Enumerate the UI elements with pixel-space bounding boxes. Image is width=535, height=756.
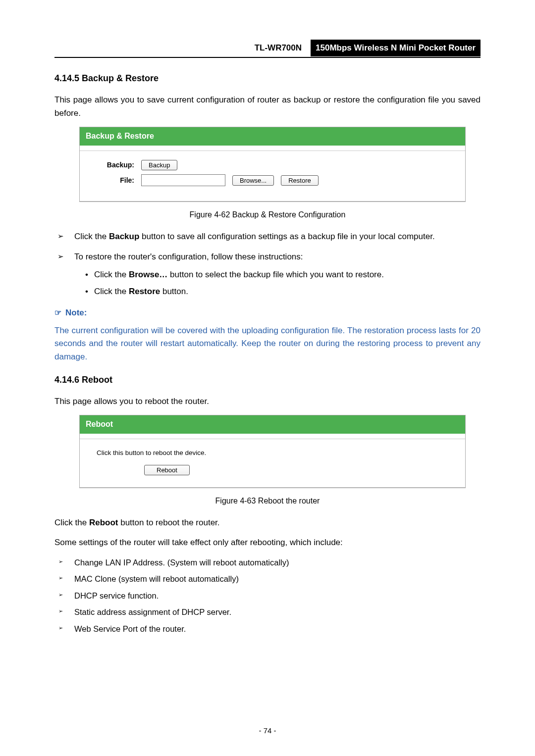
- backup-instructions: Click the Backup button to save all conf…: [54, 230, 481, 298]
- section-heading-reboot: 4.14.6 Reboot: [54, 373, 481, 387]
- page: TL-WR700N 150Mbps Wireless N Mini Pocket…: [0, 0, 535, 756]
- backup-label: Backup:: [90, 160, 134, 171]
- file-row: File: Browse... Restore: [90, 174, 455, 186]
- reboot-hint: Click this button to reboot the device.: [97, 448, 455, 458]
- list-item: Click the Browse… button to select the b…: [85, 268, 481, 281]
- file-input[interactable]: [141, 174, 225, 186]
- figure-caption-62: Figure 4-62 Backup & Restore Configurati…: [54, 209, 481, 221]
- figure-caption-63: Figure 4-63 Reboot the router: [54, 495, 481, 507]
- page-number: - 74 -: [0, 725, 535, 736]
- backup-intro: This page allows you to save current con…: [54, 94, 481, 120]
- reboot-intro: This page allows you to reboot the route…: [54, 395, 481, 408]
- list-item: MAC Clone (system will reboot automatica…: [56, 573, 481, 586]
- section-heading-backup: 4.14.5 Backup & Restore: [54, 72, 481, 86]
- panel-title-backup: Backup & Restore: [80, 127, 465, 146]
- list-item: Static address assignment of DHCP server…: [56, 606, 481, 619]
- note-body: The current configuration will be covere…: [54, 324, 481, 363]
- reboot-effect-list: Change LAN IP Address. (System will rebo…: [54, 556, 481, 636]
- restore-button[interactable]: Restore: [281, 175, 319, 186]
- product-desc: 150Mbps Wireless N Mini Pocket Router: [311, 40, 481, 56]
- note-heading: ☞Note:: [54, 306, 481, 319]
- backup-button[interactable]: Backup: [141, 160, 177, 170]
- list-item: Change LAN IP Address. (System will rebo…: [56, 556, 481, 569]
- backup-restore-panel: Backup & Restore Backup: Backup File: Br…: [79, 127, 466, 202]
- file-label: File:: [90, 175, 134, 186]
- list-item: To restore the router's configuration, f…: [56, 251, 481, 299]
- reboot-effect-intro: Some settings of the router will take ef…: [54, 536, 481, 549]
- list-item: Click the Restore button.: [85, 285, 481, 298]
- panel-title-reboot: Reboot: [80, 415, 465, 434]
- list-item: Web Service Port of the router.: [56, 623, 481, 636]
- reboot-desc: Click the Reboot button to reboot the ro…: [54, 516, 481, 529]
- model-badge: TL-WR700N: [251, 40, 306, 56]
- page-header: TL-WR700N 150Mbps Wireless N Mini Pocket…: [54, 40, 481, 58]
- reboot-button[interactable]: Reboot: [144, 465, 190, 475]
- pointing-hand-icon: ☞: [54, 307, 61, 319]
- reboot-panel: Reboot Click this button to reboot the d…: [79, 415, 466, 488]
- list-item: Click the Backup button to save all conf…: [56, 230, 481, 243]
- browse-button[interactable]: Browse...: [232, 175, 274, 186]
- list-item: DHCP service function.: [56, 590, 481, 603]
- backup-row: Backup: Backup: [90, 160, 455, 171]
